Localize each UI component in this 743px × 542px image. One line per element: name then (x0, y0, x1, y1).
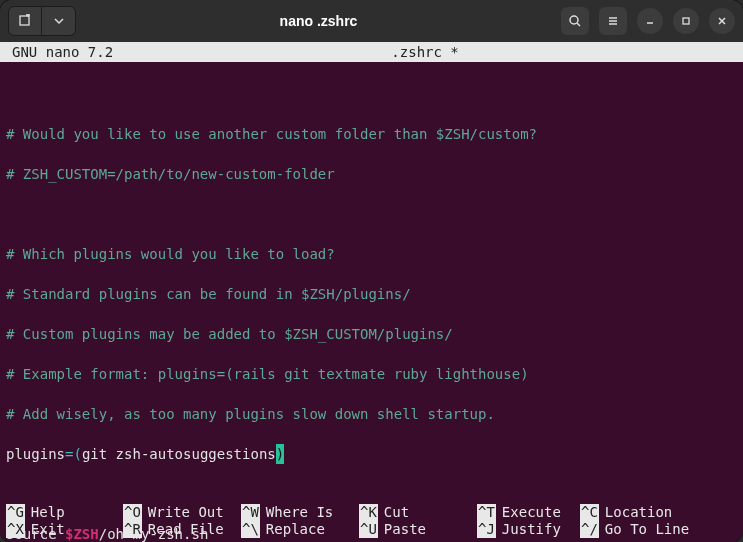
editor-line: # Which plugins would you like to load? (6, 244, 737, 264)
titlebar-left-controls (8, 6, 76, 36)
minimize-button[interactable] (637, 8, 663, 34)
editor-line: # Custom plugins may be added to $ZSH_CU… (6, 324, 737, 344)
shortcut-item: ^KCut (359, 504, 477, 521)
svg-line-4 (577, 23, 580, 26)
dropdown-button[interactable] (42, 6, 76, 36)
editor-line: # Would you like to use another custom f… (6, 124, 737, 144)
nano-shortcuts: ^GHelp ^OWrite Out ^WWhere Is ^KCut ^TEx… (0, 504, 743, 538)
maximize-button[interactable] (673, 8, 699, 34)
menu-button[interactable] (599, 7, 627, 35)
editor-line (6, 484, 737, 504)
shortcut-item: ^XExit (6, 521, 123, 538)
titlebar-right-controls (561, 7, 735, 35)
editor-line (6, 204, 737, 224)
close-button[interactable] (709, 8, 735, 34)
shortcut-item: ^UPaste (359, 521, 477, 538)
editor-line: # Add wisely, as too many plugins slow d… (6, 404, 737, 424)
search-button[interactable] (561, 7, 589, 35)
terminal-window: nano .zshrc GNU nano 7.2 .zshrc * # Wo (0, 0, 743, 542)
shortcut-item: ^JJustify (477, 521, 580, 538)
shortcut-row: ^GHelp ^OWrite Out ^WWhere Is ^KCut ^TEx… (6, 504, 737, 521)
shortcut-item: ^WWhere Is (241, 504, 359, 521)
svg-rect-0 (20, 16, 29, 25)
shortcut-item: ^\Replace (241, 521, 359, 538)
shortcut-item: ^TExecute (477, 504, 580, 521)
editor-line: # Standard plugins can be found in $ZSH/… (6, 284, 737, 304)
shortcut-item: ^/Go To Line (580, 521, 737, 538)
nano-version: GNU nano 7.2 (6, 42, 113, 62)
terminal-body[interactable]: GNU nano 7.2 .zshrc * # Would you like t… (0, 42, 743, 542)
editor-line: plugins=(git zsh-autosuggestions) (6, 444, 737, 464)
editor-content[interactable]: # Would you like to use another custom f… (0, 62, 743, 542)
cursor: ) (276, 444, 285, 464)
window-title: nano .zshrc (84, 13, 553, 29)
shortcut-item: ^GHelp (6, 504, 123, 521)
svg-point-3 (570, 16, 578, 24)
shortcut-item: ^OWrite Out (123, 504, 241, 521)
editor-line: # ZSH_CUSTOM=/path/to/new-custom-folder (6, 164, 737, 184)
shortcut-item: ^CLocation (580, 504, 737, 521)
svg-rect-9 (683, 18, 689, 24)
nano-header: GNU nano 7.2 .zshrc * (0, 42, 743, 62)
shortcut-row: ^XExit ^RRead File ^\Replace ^UPaste ^JJ… (6, 521, 737, 538)
shortcut-item: ^RRead File (123, 521, 241, 538)
new-tab-button[interactable] (8, 6, 42, 36)
titlebar: nano .zshrc (0, 0, 743, 42)
editor-line: # Example format: plugins=(rails git tex… (6, 364, 737, 384)
editor-line (6, 84, 737, 104)
nano-filename: .zshrc * (113, 42, 737, 62)
